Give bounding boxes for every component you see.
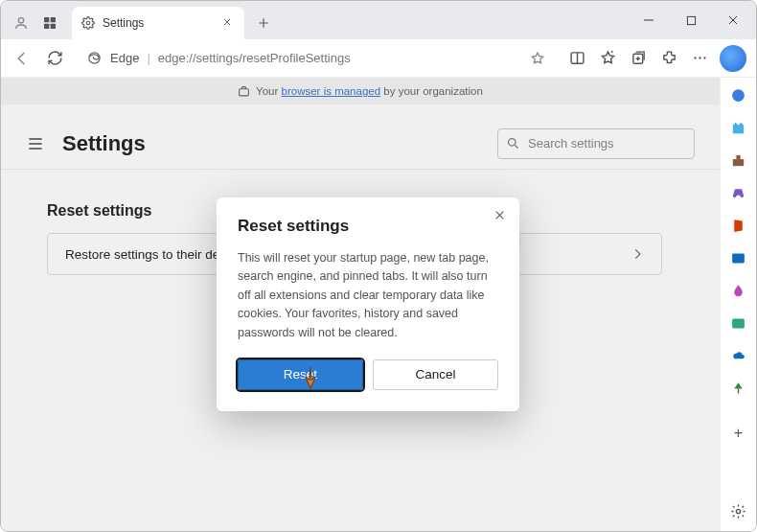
svg-point-12: [703, 57, 705, 58]
refresh-button[interactable]: [43, 47, 66, 70]
svg-rect-6: [687, 16, 695, 24]
sidebar-shopping-icon[interactable]: [730, 120, 747, 137]
tab-title: Settings: [103, 16, 144, 30]
svg-rect-4: [51, 24, 56, 29]
window-controls: [628, 1, 754, 39]
sidebar-settings-icon[interactable]: [730, 503, 746, 520]
dialog-buttons: Reset Cancel: [238, 359, 498, 390]
edge-sidebar: +: [720, 78, 756, 531]
sidebar-drop-icon[interactable]: [730, 283, 747, 300]
collections-icon[interactable]: [628, 48, 649, 69]
sidebar-games-icon[interactable]: [730, 185, 747, 202]
svg-point-15: [732, 89, 745, 102]
svg-point-5: [86, 21, 90, 25]
svg-point-21: [736, 509, 740, 513]
dialog-close-icon[interactable]: [493, 209, 506, 221]
tab-close-icon[interactable]: [221, 16, 235, 30]
dialog-title: Reset settings: [238, 217, 498, 236]
titlebar-left-icons: [1, 14, 68, 39]
svg-rect-17: [736, 155, 740, 159]
maximize-button[interactable]: [670, 1, 712, 39]
sidebar-add-icon[interactable]: +: [734, 425, 743, 442]
address-browser-label: Edge: [110, 51, 139, 65]
titlebar: Settings: [1, 1, 756, 39]
address-url: edge://settings/resetProfileSettings: [158, 51, 351, 65]
browser-window: Settings Edge | edge://settings/resetPro…: [0, 0, 757, 532]
back-button[interactable]: [11, 47, 34, 70]
split-screen-icon[interactable]: [566, 48, 587, 69]
new-tab-button[interactable]: [250, 10, 277, 36]
svg-rect-3: [44, 24, 49, 29]
copilot-icon[interactable]: [720, 45, 746, 72]
svg-rect-18: [732, 254, 745, 264]
sidebar-m365-icon[interactable]: [730, 218, 747, 235]
sidebar-chat-icon[interactable]: [730, 87, 747, 104]
sidebar-outlook-icon[interactable]: [730, 250, 747, 267]
svg-point-11: [699, 57, 700, 58]
address-bar[interactable]: Edge | edge://settings/resetProfileSetti…: [76, 44, 557, 73]
sidebar-tools-icon[interactable]: [730, 152, 747, 170]
sidebar-tree-icon[interactable]: [730, 381, 747, 398]
menu-dots-icon[interactable]: [689, 48, 710, 69]
favorite-star-icon[interactable]: [530, 51, 545, 66]
extensions-icon[interactable]: [658, 48, 679, 69]
cancel-button[interactable]: Cancel: [373, 359, 498, 390]
address-separator: |: [147, 51, 149, 65]
svg-rect-16: [732, 159, 743, 166]
svg-point-10: [694, 57, 696, 58]
gear-icon: [81, 16, 95, 30]
cursor-indicator: [298, 365, 323, 390]
close-window-button[interactable]: [712, 1, 754, 39]
dialog-body: This will reset your startup page, new t…: [238, 249, 498, 342]
svg-rect-1: [44, 17, 49, 22]
svg-rect-20: [737, 389, 738, 394]
minimize-button[interactable]: [628, 1, 670, 39]
toolbar: Edge | edge://settings/resetProfileSetti…: [1, 39, 756, 78]
sidebar-onedrive-icon[interactable]: [730, 348, 747, 365]
edge-icon: [87, 51, 103, 66]
reset-settings-dialog: Reset settings This will reset your star…: [217, 197, 519, 411]
browser-tab[interactable]: Settings: [72, 7, 244, 39]
svg-rect-19: [732, 319, 745, 329]
workspaces-icon[interactable]: [41, 14, 58, 32]
svg-point-0: [18, 18, 23, 23]
toolbar-right-icons: [566, 45, 746, 72]
profile-icon[interactable]: [12, 14, 30, 32]
favorites-icon[interactable]: [597, 48, 618, 69]
svg-rect-2: [51, 17, 56, 22]
sidebar-image-icon[interactable]: [730, 315, 747, 333]
